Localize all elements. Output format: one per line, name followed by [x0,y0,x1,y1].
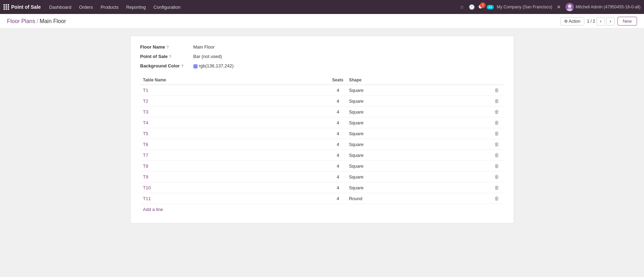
pos-help[interactable]: ? [169,54,171,59]
nav-products[interactable]: Products [97,3,122,11]
delete-row-button[interactable]: 🗑 [492,97,501,104]
row-seats: 4 [270,150,346,161]
delete-row-button[interactable]: 🗑 [492,184,501,191]
delete-row-button[interactable]: 🗑 [492,152,501,159]
row-seats: 4 [270,85,346,96]
row-shape: Square [346,172,438,182]
col-header-seats: Seats [270,75,346,85]
row-seats: 4 [270,139,346,150]
table-row: T1 4 Square 🗑 [140,85,504,96]
nav-configuration[interactable]: Configuration [150,3,184,11]
brand-label: Point of Sale [11,4,41,10]
row-shape: Square [346,85,438,96]
row-shape: Square [346,96,438,107]
user-menu[interactable]: Mitchell Admin (47950455-16-0-all) [565,3,641,11]
row-name[interactable]: T11 [140,193,271,204]
breadcrumb: Floor Plans / Main Floor [7,18,66,24]
topnav-right: ☆ 🕐 💬 7 44 My Company (San Francisco) ✕ … [459,3,641,11]
row-name[interactable]: T5 [140,128,271,139]
delete-row-button[interactable]: 🗑 [492,195,501,202]
bg-color-value: rgb(136,137,242) [193,63,234,68]
row-seats: 4 [270,161,346,172]
breadcrumb-parent[interactable]: Floor Plans [7,18,35,24]
row-shape: Square [346,161,438,172]
settings-icon[interactable]: ✕ [556,4,562,10]
table-row: T11 4 Round 🗑 [140,193,504,204]
breadcrumb-actions: ⚙ Action 1 / 2 ‹ › New [560,17,637,25]
row-name[interactable]: T10 [140,182,271,193]
breadcrumb-current: Main Floor [39,18,66,24]
delete-row-button[interactable]: 🗑 [492,173,501,180]
table-row: T3 4 Square 🗑 [140,107,504,117]
pos-label: Point of Sale ? [140,54,189,59]
delete-row-button[interactable]: 🗑 [492,141,501,148]
row-seats: 4 [270,182,346,193]
pager-prev[interactable]: ‹ [597,17,605,25]
row-shape: Square [346,107,438,117]
row-name[interactable]: T8 [140,161,271,172]
row-seats: 4 [270,172,346,182]
row-seats: 4 [270,193,346,204]
delete-row-button[interactable]: 🗑 [492,130,501,137]
svg-point-1 [567,8,573,11]
delete-row-button[interactable]: 🗑 [492,119,501,126]
add-line-button[interactable]: Add a line [140,204,166,215]
breadcrumb-bar: Floor Plans / Main Floor ⚙ Action 1 / 2 … [0,14,644,29]
row-shape: Round [346,193,438,204]
color-swatch [193,64,198,68]
col-header-shape: Shape [346,75,438,85]
table-row: T5 4 Square 🗑 [140,128,504,139]
delete-row-button[interactable]: 🗑 [492,108,501,115]
delete-row-button[interactable]: 🗑 [492,87,501,94]
row-name[interactable]: T1 [140,85,271,96]
row-name[interactable]: T6 [140,139,271,150]
row-shape: Square [346,182,438,193]
delete-row-button[interactable]: 🗑 [492,162,501,169]
messages-icon[interactable]: 💬 7 [478,5,483,9]
nav-reporting[interactable]: Reporting [123,3,149,11]
floor-name-value: Main Floor [193,44,215,50]
col-header-name: Table Name [140,75,271,85]
new-button[interactable]: New [617,17,637,25]
row-shape: Square [346,117,438,128]
user-name: Mitchell Admin (47950455-16-0-all) [576,5,641,9]
row-shape: Square [346,139,438,150]
action-button[interactable]: ⚙ Action [560,17,584,25]
row-name[interactable]: T3 [140,107,271,117]
table-row: T8 4 Square 🗑 [140,161,504,172]
pager-next[interactable]: › [606,17,615,25]
row-name[interactable]: T9 [140,172,271,182]
message-count: 7 [480,2,486,8]
bg-color-label: Background Color ? [140,63,189,68]
row-name[interactable]: T7 [140,150,271,161]
field-pos: Point of Sale ? Bar (not used) [140,54,504,59]
row-seats: 4 [270,128,346,139]
floor-name-help[interactable]: ? [166,45,169,49]
row-name[interactable]: T2 [140,96,271,107]
row-seats: 4 [270,107,346,117]
app-brand[interactable]: Point of Sale [3,4,41,10]
timer-badge[interactable]: 44 [487,4,493,10]
top-menu: Dashboard Orders Products Reporting Conf… [46,3,457,11]
clock-icon[interactable]: 🕐 [468,4,475,10]
avatar [565,3,574,11]
row-shape: Square [346,128,438,139]
row-name[interactable]: T4 [140,117,271,128]
table-row: T6 4 Square 🗑 [140,139,504,150]
tables-section: Table Name Seats Shape T1 4 Square 🗑 T2 … [140,75,504,215]
pager-text: 1 / 2 [587,19,595,24]
nav-orders[interactable]: Orders [75,3,96,11]
star-icon[interactable]: ☆ [459,4,465,10]
row-seats: 4 [270,117,346,128]
table-row: T9 4 Square 🗑 [140,172,504,182]
table-row: T7 4 Square 🗑 [140,150,504,161]
table-row: T10 4 Square 🗑 [140,182,504,193]
tables-table: Table Name Seats Shape T1 4 Square 🗑 T2 … [140,75,504,204]
bg-color-help[interactable]: ? [181,64,184,68]
table-row: T2 4 Square 🗑 [140,96,504,107]
table-row: T4 4 Square 🗑 [140,117,504,128]
field-bg-color: Background Color ? rgb(136,137,242) [140,63,504,68]
nav-dashboard[interactable]: Dashboard [46,3,75,11]
col-header-actions [438,75,504,85]
floor-name-label: Floor Name ? [140,44,189,50]
